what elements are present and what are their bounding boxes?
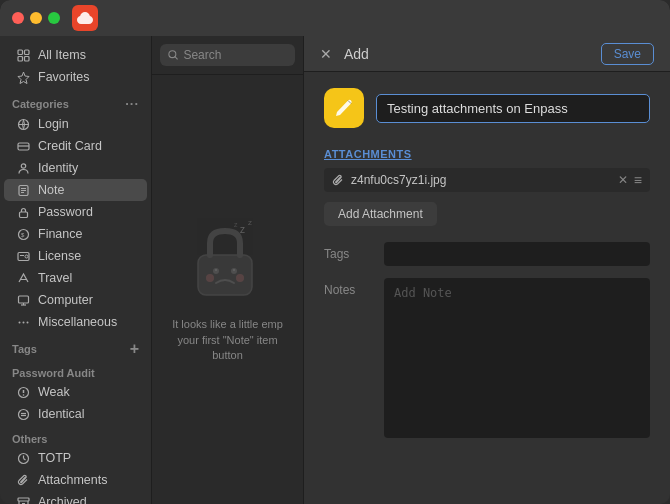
sidebar-item-computer[interactable]: Computer [4,289,147,311]
search-bar [152,36,303,75]
search-input[interactable] [183,48,287,62]
titlebar [0,0,670,36]
note-icon [16,183,30,197]
computer-icon [16,293,30,307]
svg-rect-3 [24,56,29,61]
attachment-item: z4nfu0cs7yz1i.jpg ✕ ≡ [324,168,650,192]
item-name-input[interactable] [376,94,650,123]
sidebar-item-password[interactable]: Password [4,201,147,223]
identical-icon [16,407,30,421]
sidebar-item-credit-card[interactable]: Credit Card [4,135,147,157]
sidebar-item-label: Miscellaneous [38,315,117,329]
weak-icon [16,385,30,399]
sidebar-item-label: Computer [38,293,93,307]
svg-rect-43 [198,255,252,295]
tags-label: Tags [324,242,384,261]
svg-point-9 [21,163,25,167]
sidebar-item-label: Credit Card [38,139,102,153]
svg-line-35 [23,458,25,460]
svg-rect-17 [18,252,29,260]
grid-icon [16,48,30,62]
maximize-button[interactable] [48,12,60,24]
sidebar-item-label: Finance [38,227,82,241]
finance-icon: $ [16,227,30,241]
svg-point-46 [206,274,214,282]
form-content: ATTACHMENTS z4nfu0cs7yz1i.jpg ✕ ≡ Add At… [304,72,670,504]
empty-state-text: It looks like a little emp your first "N… [168,317,287,363]
clock-icon [16,451,30,465]
sidebar-item-label: Attachments [38,473,107,487]
misc-icon [16,315,30,329]
license-icon [16,249,30,263]
notes-field-row: Notes [324,278,650,438]
save-button[interactable]: Save [601,43,654,65]
sidebar-item-label: License [38,249,81,263]
svg-text:z: z [240,224,245,235]
attachment-file-icon [332,174,345,187]
notes-label: Notes [324,278,384,297]
svg-rect-21 [18,296,28,303]
add-panel-header: ✕ Add Save [304,36,670,72]
sidebar-item-finance[interactable]: $ Finance [4,223,147,245]
lock-illustration: z z z [188,215,268,305]
attachment-close-button[interactable]: ✕ [618,173,628,187]
sidebar-item-miscellaneous[interactable]: Miscellaneous [4,311,147,333]
svg-text:z: z [234,221,238,228]
add-attachment-button[interactable]: Add Attachment [324,202,437,226]
sidebar-item-totp[interactable]: TOTP [4,447,147,469]
sidebar-item-weak[interactable]: Weak [4,381,147,403]
sidebar-item-label: Weak [38,385,70,399]
sidebar-item-label: Archived [38,495,87,504]
form-top [324,88,650,128]
svg-rect-2 [18,56,23,61]
svg-point-47 [236,274,244,282]
sidebar: All Items Favorites Categories ··· Login [0,36,152,504]
star-icon [16,70,30,84]
sidebar-item-label: Login [38,117,69,131]
sidebar-item-favorites[interactable]: Favorites [4,66,147,88]
sidebar-item-note[interactable]: Note [4,179,147,201]
sidebar-item-all-items[interactable]: All Items [4,44,147,66]
sidebar-item-attachments[interactable]: Attachments [4,469,147,491]
tags-section: Tags + [0,333,151,359]
person-icon [16,161,30,175]
sidebar-item-identical[interactable]: Identical [4,403,147,425]
main-layout: All Items Favorites Categories ··· Login [0,36,670,504]
others-section: Others [0,425,151,447]
attachment-icon [16,473,30,487]
svg-rect-0 [18,50,23,55]
panel-title: Add [344,46,589,62]
categories-section: Categories ··· [0,88,151,113]
svg-point-26 [26,321,28,323]
sidebar-item-travel[interactable]: Travel [4,267,147,289]
svg-point-24 [18,321,20,323]
minimize-button[interactable] [30,12,42,24]
center-panel: z z z It looks like a littl [152,36,304,504]
close-add-button[interactable]: ✕ [320,46,332,62]
close-button[interactable] [12,12,24,24]
sidebar-item-archived[interactable]: Archived [4,491,147,504]
tags-input[interactable] [384,242,650,266]
sidebar-item-label: Identical [38,407,85,421]
item-type-icon[interactable] [324,88,364,128]
svg-point-30 [18,409,28,419]
creditcard-icon [16,139,30,153]
pencil-icon [333,97,355,119]
svg-rect-14 [19,212,27,218]
attachments-section: ATTACHMENTS z4nfu0cs7yz1i.jpg ✕ ≡ Add At… [324,148,650,226]
app-icon [72,5,98,31]
notes-textarea[interactable] [384,278,650,438]
svg-text:z: z [248,218,252,227]
sidebar-item-label: Favorites [38,70,89,84]
sidebar-item-label: TOTP [38,451,71,465]
sidebar-item-license[interactable]: License [4,245,147,267]
sidebar-item-label: Note [38,183,64,197]
sidebar-item-login[interactable]: Login [4,113,147,135]
attachment-menu-button[interactable]: ≡ [634,172,642,188]
sidebar-item-identity[interactable]: Identity [4,157,147,179]
svg-point-49 [233,269,235,271]
svg-point-29 [22,394,24,396]
tags-field-row: Tags [324,242,650,266]
svg-marker-4 [18,72,29,84]
svg-text:$: $ [21,232,25,238]
